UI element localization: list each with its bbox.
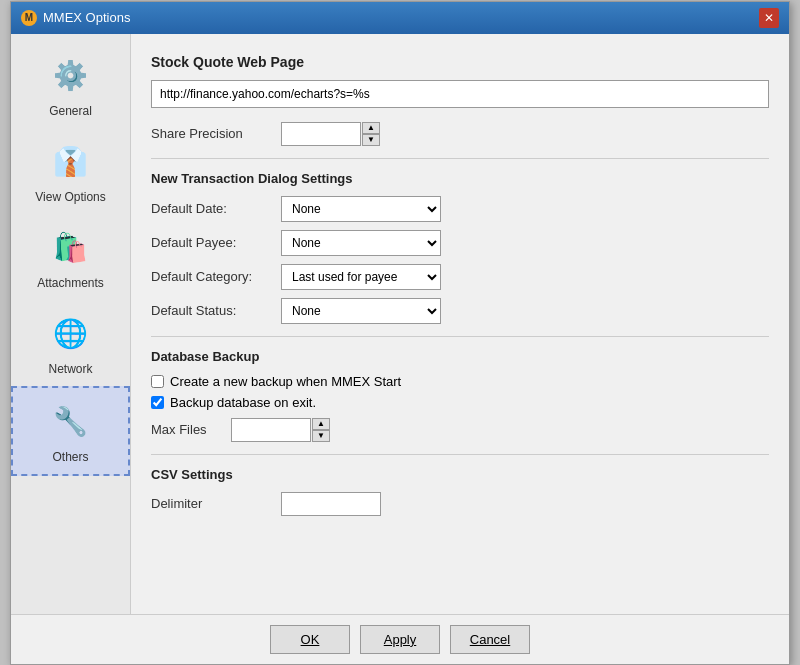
network-icon: 🌐 <box>47 310 95 358</box>
view-options-icon: 👔 <box>47 138 95 186</box>
share-precision-spinbox: 4 ▲ ▼ <box>281 122 380 146</box>
csv-settings-title: CSV Settings <box>151 467 769 482</box>
max-files-up[interactable]: ▲ <box>312 418 330 430</box>
footer: OK Apply Cancel <box>11 614 789 664</box>
backup-on-start-label: Create a new backup when MMEX Start <box>170 374 401 389</box>
sidebar-item-network[interactable]: 🌐 Network <box>11 300 130 386</box>
default-date-label: Default Date: <box>151 201 281 216</box>
default-payee-row: Default Payee: None Last used <box>151 230 769 256</box>
database-backup-title: Database Backup <box>151 349 769 364</box>
cancel-button[interactable]: Cancel <box>450 625 530 654</box>
attachments-icon: 🛍️ <box>47 224 95 272</box>
default-category-select[interactable]: None Last used Last used for payee <box>281 264 441 290</box>
max-files-down[interactable]: ▼ <box>312 430 330 442</box>
delimiter-row: Delimiter , <box>151 492 769 516</box>
backup-on-exit-row: Backup database on exit. <box>151 395 769 410</box>
delimiter-label: Delimiter <box>151 496 281 511</box>
sidebar-item-attachments[interactable]: 🛍️ Attachments <box>11 214 130 300</box>
max-files-spinbox: 4 ▲ ▼ <box>231 418 330 442</box>
share-precision-down[interactable]: ▼ <box>362 134 380 146</box>
default-date-row: Default Date: None Today Last used <box>151 196 769 222</box>
sidebar-label-general: General <box>49 104 92 118</box>
share-precision-up[interactable]: ▲ <box>362 122 380 134</box>
default-payee-label: Default Payee: <box>151 235 281 250</box>
general-icon: ⚙️ <box>47 52 95 100</box>
default-status-label: Default Status: <box>151 303 281 318</box>
sidebar-item-view-options[interactable]: 👔 View Options <box>11 128 130 214</box>
new-transaction-title: New Transaction Dialog Settings <box>151 171 769 186</box>
stock-quote-title: Stock Quote Web Page <box>151 54 769 70</box>
sidebar: ⚙️ General 👔 View Options 🛍️ Attachments… <box>11 34 131 614</box>
window-title: MMEX Options <box>43 10 130 25</box>
backup-on-start-checkbox[interactable] <box>151 375 164 388</box>
max-files-row: Max Files 4 ▲ ▼ <box>151 418 769 442</box>
share-precision-input[interactable]: 4 <box>281 122 361 146</box>
backup-on-exit-checkbox[interactable] <box>151 396 164 409</box>
max-files-input[interactable]: 4 <box>231 418 311 442</box>
share-precision-row: Share Precision 4 ▲ ▼ <box>151 122 769 146</box>
others-icon: 🔧 <box>47 398 95 446</box>
main-panel: Stock Quote Web Page Share Precision 4 ▲… <box>131 34 789 614</box>
default-status-select[interactable]: None Reconciled Unreconciled <box>281 298 441 324</box>
default-category-label: Default Category: <box>151 269 281 284</box>
title-bar: M MMEX Options ✕ <box>11 2 789 34</box>
sidebar-label-view-options: View Options <box>35 190 105 204</box>
max-files-label: Max Files <box>151 422 231 437</box>
stock-url-input[interactable] <box>151 80 769 108</box>
delimiter-input[interactable]: , <box>281 492 381 516</box>
sidebar-item-others[interactable]: 🔧 Others <box>11 386 130 476</box>
sidebar-label-network: Network <box>48 362 92 376</box>
default-status-row: Default Status: None Reconciled Unreconc… <box>151 298 769 324</box>
share-precision-label: Share Precision <box>151 126 281 141</box>
main-window: M MMEX Options ✕ ⚙️ General 👔 View Optio… <box>10 1 790 665</box>
backup-on-start-row: Create a new backup when MMEX Start <box>151 374 769 389</box>
sidebar-label-others: Others <box>52 450 88 464</box>
sidebar-item-general[interactable]: ⚙️ General <box>11 42 130 128</box>
app-icon: M <box>21 10 37 26</box>
default-payee-select[interactable]: None Last used <box>281 230 441 256</box>
sidebar-label-attachments: Attachments <box>37 276 104 290</box>
backup-on-exit-label: Backup database on exit. <box>170 395 316 410</box>
default-date-select[interactable]: None Today Last used <box>281 196 441 222</box>
ok-button[interactable]: OK <box>270 625 350 654</box>
default-category-row: Default Category: None Last used Last us… <box>151 264 769 290</box>
apply-button[interactable]: Apply <box>360 625 440 654</box>
close-button[interactable]: ✕ <box>759 8 779 28</box>
